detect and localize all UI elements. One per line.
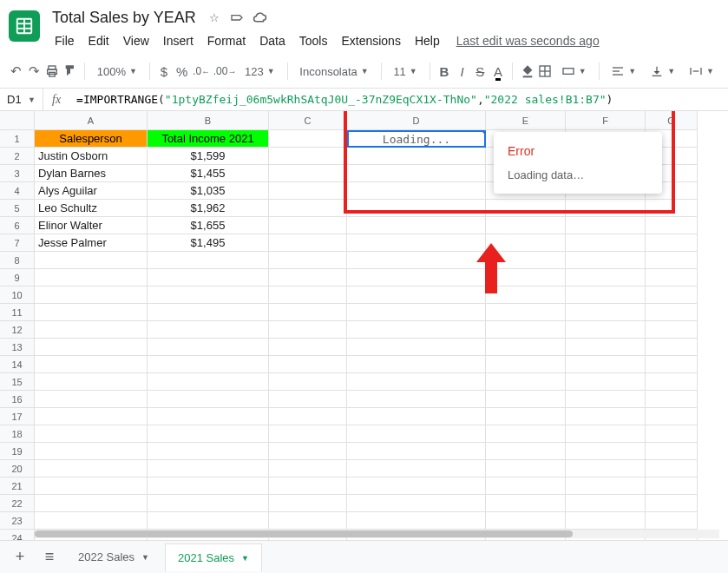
cell[interactable]	[486, 339, 566, 356]
cell[interactable]	[486, 356, 566, 373]
decrease-decimal-button[interactable]: .0←	[193, 60, 210, 82]
v-align-dropdown[interactable]: ▼	[645, 60, 680, 82]
cell[interactable]	[486, 217, 566, 234]
cell[interactable]	[269, 425, 347, 443]
cell[interactable]	[566, 478, 646, 495]
undo-button[interactable]: ↶	[9, 60, 23, 82]
paint-format-button[interactable]	[62, 60, 77, 82]
cell[interactable]	[148, 512, 269, 530]
cell[interactable]	[566, 217, 646, 234]
cell[interactable]	[486, 478, 566, 495]
cell[interactable]	[148, 495, 269, 512]
cell[interactable]	[566, 460, 646, 478]
cell[interactable]	[148, 269, 269, 286]
cell[interactable]	[486, 408, 566, 425]
wrap-dropdown[interactable]: ▼	[684, 60, 719, 82]
cell[interactable]	[269, 321, 347, 339]
font-size-dropdown[interactable]: 11▼	[388, 60, 422, 82]
name-box[interactable]: D1▼	[0, 89, 43, 110]
cell[interactable]	[148, 478, 269, 495]
cell[interactable]	[148, 252, 269, 269]
cell[interactable]	[566, 286, 646, 304]
cell[interactable]	[35, 286, 148, 304]
cell[interactable]	[646, 408, 698, 425]
cell[interactable]	[646, 495, 698, 512]
cell[interactable]	[566, 391, 646, 408]
menu-format[interactable]: Format	[201, 30, 252, 51]
cell[interactable]	[269, 252, 347, 269]
cell[interactable]	[646, 286, 698, 304]
menu-file[interactable]: File	[49, 30, 81, 51]
cell[interactable]	[646, 478, 698, 495]
cell[interactable]	[269, 460, 347, 478]
cell[interactable]	[148, 339, 269, 356]
cell[interactable]	[148, 373, 269, 391]
cell[interactable]: Elinor Walter	[35, 217, 148, 234]
move-icon[interactable]	[229, 10, 245, 26]
cell[interactable]	[347, 286, 486, 304]
sheet-tab-2022[interactable]: 2022 Sales▼	[66, 543, 161, 571]
print-button[interactable]	[45, 60, 60, 82]
cell[interactable]	[566, 304, 646, 321]
cell[interactable]	[35, 321, 148, 339]
cell[interactable]	[35, 252, 148, 269]
cell[interactable]: Justin Osborn	[35, 148, 148, 165]
cell[interactable]: Leo Schultz	[35, 200, 148, 217]
cell[interactable]	[646, 269, 698, 286]
cell[interactable]	[347, 495, 486, 512]
cell[interactable]	[486, 373, 566, 391]
row-header[interactable]: 4	[0, 182, 35, 200]
cell[interactable]: $1,655	[148, 217, 269, 234]
cell[interactable]	[148, 286, 269, 304]
fill-color-button[interactable]	[520, 60, 535, 82]
font-dropdown[interactable]: Inconsolata▼	[294, 60, 373, 82]
document-title[interactable]: Total Sales by YEAR	[49, 7, 200, 29]
cell[interactable]	[486, 321, 566, 339]
cell[interactable]	[646, 391, 698, 408]
cell[interactable]	[347, 425, 486, 443]
last-edit-link[interactable]: Last edit was seconds ago	[456, 34, 600, 48]
cell[interactable]: Dylan Barnes	[35, 165, 148, 182]
cell[interactable]	[347, 408, 486, 425]
cell[interactable]: $1,495	[148, 234, 269, 252]
cell[interactable]	[35, 269, 148, 286]
cell[interactable]: $1,035	[148, 182, 269, 200]
row-header[interactable]: 23	[0, 512, 35, 530]
cell[interactable]: Alys Aguilar	[35, 182, 148, 200]
cell[interactable]	[347, 321, 486, 339]
cell[interactable]	[566, 356, 646, 373]
cell[interactable]	[35, 304, 148, 321]
cell[interactable]	[269, 408, 347, 425]
cell[interactable]	[646, 304, 698, 321]
cell[interactable]	[269, 269, 347, 286]
cell[interactable]	[35, 425, 148, 443]
row-header[interactable]: 9	[0, 269, 35, 286]
cell[interactable]	[566, 339, 646, 356]
row-header[interactable]: 14	[0, 356, 35, 373]
cell[interactable]	[646, 512, 698, 530]
cell[interactable]	[148, 425, 269, 443]
h-align-dropdown[interactable]: ▼	[606, 60, 641, 82]
cell[interactable]	[347, 252, 486, 269]
row-header[interactable]: 12	[0, 321, 35, 339]
cell[interactable]	[646, 217, 698, 234]
cell[interactable]	[35, 460, 148, 478]
cell[interactable]	[347, 217, 486, 234]
cell[interactable]	[347, 304, 486, 321]
cell[interactable]	[566, 321, 646, 339]
horizontal-scrollbar[interactable]	[35, 530, 719, 538]
cell[interactable]	[148, 391, 269, 408]
text-color-button[interactable]: A	[491, 60, 506, 82]
all-sheets-button[interactable]: ≡	[36, 544, 62, 570]
menu-view[interactable]: View	[117, 30, 155, 51]
cell[interactable]	[269, 373, 347, 391]
cell[interactable]	[646, 234, 698, 252]
cell[interactable]	[148, 321, 269, 339]
row-header[interactable]: 6	[0, 217, 35, 234]
row-header[interactable]: 2	[0, 148, 35, 165]
cell[interactable]	[269, 478, 347, 495]
cell[interactable]	[566, 443, 646, 460]
cell[interactable]	[269, 217, 347, 234]
cell[interactable]	[269, 495, 347, 512]
increase-decimal-button[interactable]: .00→	[213, 60, 236, 82]
